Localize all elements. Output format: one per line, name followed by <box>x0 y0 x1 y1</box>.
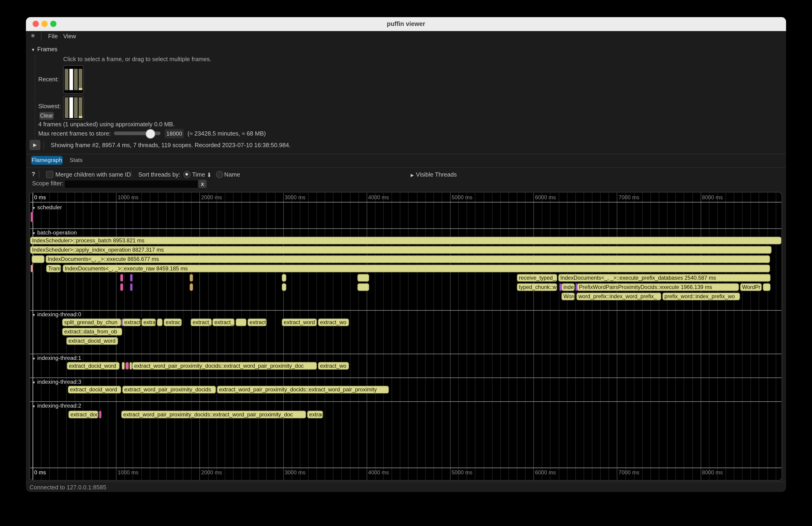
play-button[interactable]: ▶ <box>29 140 40 150</box>
scope-bar[interactable] <box>190 283 193 291</box>
scope-bar[interactable] <box>190 274 193 282</box>
sort-direction-arrow-icon[interactable]: ⬇ <box>207 172 212 179</box>
collapse-triangle-icon: ▼ <box>32 206 36 210</box>
major-gridline <box>116 192 117 480</box>
thread-group-header[interactable]: ▼scheduler <box>32 204 62 210</box>
minor-gridline <box>483 192 484 480</box>
thread-group-header[interactable]: ▼indexing-thread:3 <box>32 379 81 385</box>
scope-bar[interactable]: IndexScheduler>::apply_index_operation 8… <box>30 246 772 254</box>
scope-bar[interactable]: extract_ <box>190 318 212 326</box>
scope-bar[interactable] <box>357 283 369 291</box>
scope-bar[interactable] <box>130 362 132 370</box>
minor-gridline <box>133 192 133 480</box>
scope-bar[interactable]: typed_chunk::w <box>517 283 557 291</box>
minor-gridline <box>425 192 425 480</box>
frame-preview-bar[interactable] <box>79 97 83 118</box>
scope-bar[interactable]: receive_typed_ <box>517 274 557 282</box>
scope-bar[interactable]: extract_wo <box>318 318 349 326</box>
scope-bar[interactable]: extract_wo <box>318 362 349 370</box>
scope-bar[interactable]: prefix_word::index_prefix_wo <box>662 293 740 301</box>
thread-group-header[interactable]: ▼indexing-thread:1 <box>32 355 81 361</box>
slowest-frames-thumbnail[interactable] <box>63 96 84 120</box>
scope-bar[interactable] <box>763 283 771 291</box>
clear-frames-button[interactable]: Clear <box>39 112 54 120</box>
menu-view[interactable]: View <box>63 33 76 39</box>
frame-preview-bar[interactable] <box>69 69 73 90</box>
scope-bar[interactable]: extract <box>122 318 141 326</box>
scope-bar[interactable]: extract_docid_word <box>68 386 121 394</box>
scope-bar[interactable]: IndexDocuments<_, _>::execute 8656.677 m… <box>46 255 770 263</box>
scope-bar[interactable]: extract_word_pair_proximity_docids <box>122 386 216 394</box>
frames-section-header[interactable]: ▼Frames <box>31 46 57 53</box>
scope-bar[interactable]: extract_word_pair_proximity_docids::extr… <box>217 386 389 394</box>
scope-filter-input[interactable] <box>64 179 198 188</box>
minor-gridline <box>99 192 100 480</box>
scope-bar[interactable]: Trans <box>46 265 61 273</box>
frame-preview-bar[interactable] <box>79 69 83 90</box>
scope-bar[interactable]: extract_word <box>282 318 317 326</box>
scope-bar[interactable]: WordPr <box>740 283 762 291</box>
collapse-triangle-icon: ▼ <box>32 313 36 317</box>
max-frames-slider-handle[interactable] <box>146 129 155 138</box>
flamegraph-canvas[interactable]: 0 ms0 ms1000 ms1000 ms2000 ms2000 ms3000… <box>30 192 782 480</box>
scope-bar[interactable] <box>357 274 369 282</box>
frame-preview-bar[interactable] <box>74 97 78 118</box>
frame-preview-bar[interactable] <box>69 97 73 118</box>
max-frames-value[interactable]: 18000 <box>165 129 184 138</box>
tab-flamegraph[interactable]: Flamegraph <box>31 156 62 165</box>
scope-bar[interactable]: index <box>561 283 575 291</box>
scope-bar[interactable] <box>130 283 133 291</box>
scope-bar[interactable]: extract::data_from_ob <box>62 328 122 336</box>
scope-bar[interactable] <box>120 274 123 282</box>
scope-bar[interactable]: PrefixWordPairsProximityDocids::execute … <box>577 283 739 291</box>
visible-threads-header[interactable]: ▶Visible Threads <box>411 172 457 178</box>
scope-bar[interactable]: extrac <box>164 318 182 326</box>
sort-time-radio[interactable] <box>183 171 190 178</box>
scope-bar[interactable]: extract_doc <box>68 411 99 419</box>
scope-bar[interactable] <box>157 318 163 326</box>
theme-toggle-icon[interactable]: ✳ <box>31 33 35 39</box>
frame-preview-bar[interactable] <box>65 69 68 90</box>
tab-stats[interactable]: Stats <box>68 156 85 165</box>
scope-bar[interactable]: Word <box>561 293 575 301</box>
scope-bar[interactable]: extra <box>141 318 156 326</box>
scope-bar[interactable]: extract <box>247 318 267 326</box>
scope-bar[interactable] <box>282 274 287 282</box>
scope-bar[interactable]: extract_docid_word <box>67 362 119 370</box>
thread-group-name: indexing-thread:2 <box>37 402 81 409</box>
thread-group-header[interactable]: ▼indexing-thread:0 <box>32 311 81 318</box>
scope-bar[interactable]: extract_docid_word <box>66 337 118 345</box>
menu-file[interactable]: File <box>48 33 58 39</box>
scope-bar[interactable] <box>130 274 133 282</box>
scope-bar[interactable]: extract_word_pair_proximity_docids::extr… <box>132 362 317 370</box>
scope-bar[interactable]: word_prefix::index_word_prefix_ <box>576 293 661 301</box>
scope-bar[interactable]: split_grenad_by_chun <box>62 318 121 326</box>
axis-tick-label: 3000 ms <box>285 469 305 476</box>
scope-bar[interactable] <box>282 283 287 291</box>
thread-group-header[interactable]: ▼indexing-thread:2 <box>32 402 81 409</box>
thread-group-header[interactable]: ▼batch-operation <box>32 230 77 236</box>
scope-bar[interactable] <box>122 362 125 370</box>
scope-bar[interactable] <box>31 265 33 273</box>
minor-gridline <box>241 192 242 480</box>
scope-bar[interactable]: extract_word_pair_proximity_docids::extr… <box>121 411 306 419</box>
scope-bar[interactable]: extrac <box>307 411 323 419</box>
thread-group-name: indexing-thread:1 <box>37 355 81 361</box>
scope-bar[interactable] <box>125 362 129 370</box>
clear-filter-button[interactable]: x <box>198 179 207 188</box>
scope-bar[interactable] <box>120 283 123 291</box>
scope-bar[interactable]: IndexScheduler>::process_batch 8953.821 … <box>30 237 782 245</box>
scope-bar[interactable]: IndexDocuments<_, _>::execute_raw 8459.1… <box>62 265 770 273</box>
sort-name-radio[interactable] <box>216 171 223 178</box>
frame-preview-bar[interactable] <box>65 97 68 118</box>
help-button[interactable]: ? <box>31 171 35 177</box>
scope-bar[interactable]: IndexDocuments<_, _>::execute_prefix_dat… <box>558 274 770 282</box>
scope-bar[interactable] <box>99 411 102 419</box>
recent-frames-thumbnail[interactable] <box>63 65 84 94</box>
merge-children-checkbox[interactable] <box>46 171 53 178</box>
scope-bar[interactable] <box>31 212 33 222</box>
scope-bar[interactable] <box>31 255 44 263</box>
frame-preview-bar[interactable] <box>74 69 78 90</box>
scope-bar[interactable] <box>236 318 247 326</box>
scope-bar[interactable]: extract_ <box>212 318 234 326</box>
